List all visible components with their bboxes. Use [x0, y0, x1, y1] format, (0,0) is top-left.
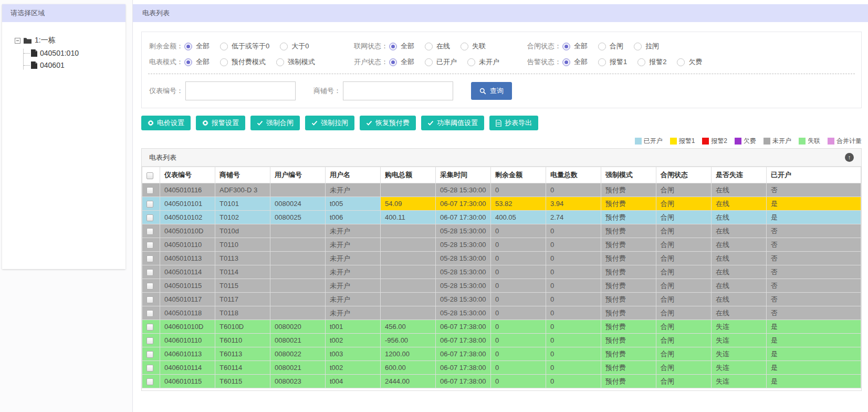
- radio-option[interactable]: 报警2: [637, 57, 666, 67]
- radio-option[interactable]: 全部: [562, 42, 588, 51]
- radio-option[interactable]: 预付费模式: [220, 57, 266, 67]
- radio-option[interactable]: 欠费: [677, 57, 702, 67]
- radio-option[interactable]: 合闸: [598, 42, 623, 51]
- radio-option[interactable]: 在线: [425, 42, 450, 51]
- table-cell: 预付费: [601, 279, 656, 293]
- row-checkbox[interactable]: [147, 324, 153, 331]
- radio-icon[interactable]: [389, 43, 397, 50]
- table-cell: 在线: [712, 211, 767, 224]
- table-cell: 未开户: [326, 279, 381, 293]
- radio-option[interactable]: 全部: [184, 42, 210, 51]
- legend-item: 未开户: [764, 137, 791, 146]
- tree-node-root[interactable]: 1:一栋: [15, 36, 126, 45]
- radio-icon[interactable]: [562, 43, 570, 50]
- tree-root-label[interactable]: 1:一栋: [35, 36, 56, 45]
- tree-node-leaf[interactable]: 040601: [24, 61, 126, 69]
- radio-icon[interactable]: [677, 58, 685, 66]
- radio-icon[interactable]: [276, 58, 284, 66]
- table-cell: 是: [767, 211, 861, 224]
- radio-icon[interactable]: [425, 43, 433, 50]
- row-checkbox[interactable]: [147, 228, 153, 235]
- row-checkbox[interactable]: [147, 283, 153, 290]
- table-cell: 预付费: [601, 375, 656, 388]
- table-cell: 否: [767, 293, 861, 306]
- collapse-up-icon[interactable]: ↑: [845, 153, 854, 162]
- tree-leaf-label[interactable]: 040601: [40, 61, 65, 69]
- check-icon: [257, 120, 263, 126]
- filter-group: 告警状态：全部报警1报警2欠费: [527, 57, 713, 67]
- row-checkbox[interactable]: [147, 337, 153, 344]
- radio-option[interactable]: 全部: [184, 57, 210, 67]
- table-cell: 05-28 15:30:00: [436, 306, 491, 320]
- radio-option[interactable]: 报警1: [598, 57, 627, 67]
- radio-icon[interactable]: [220, 58, 228, 66]
- radio-option[interactable]: 全部: [562, 57, 588, 67]
- radio-icon[interactable]: [461, 43, 468, 50]
- meter-no-input[interactable]: [185, 81, 296, 100]
- radio-option[interactable]: 未开户: [467, 57, 499, 67]
- radio-option[interactable]: 失联: [461, 42, 486, 51]
- row-checkbox[interactable]: [147, 201, 153, 208]
- radio-icon[interactable]: [184, 58, 192, 66]
- radio-icon[interactable]: [425, 58, 433, 66]
- toolbar-button[interactable]: 电价设置: [141, 116, 191, 130]
- row-checkbox[interactable]: [147, 378, 153, 385]
- toolbar-button[interactable]: 强制拉闸: [305, 116, 354, 130]
- select-all-checkbox[interactable]: [147, 172, 153, 179]
- row-checkbox[interactable]: [147, 255, 153, 262]
- radio-option-label: 报警2: [649, 57, 666, 67]
- table-cell: T60114: [215, 361, 270, 375]
- table-cell: t004: [326, 375, 381, 388]
- tree-collapse-icon[interactable]: [15, 38, 20, 44]
- toolbar-button[interactable]: 功率阈值设置: [421, 116, 484, 130]
- toolbar-button[interactable]: 报警设置: [196, 116, 245, 130]
- table-cell: 合闸: [656, 238, 712, 252]
- table-cell: 合闸: [656, 347, 712, 361]
- radio-icon[interactable]: [280, 43, 288, 50]
- toolbar-button[interactable]: 恢复预付费: [360, 116, 416, 130]
- row-checkbox[interactable]: [147, 242, 153, 249]
- search-button[interactable]: 查询: [471, 82, 512, 100]
- radio-icon[interactable]: [184, 43, 192, 50]
- row-checkbox[interactable]: [147, 187, 153, 194]
- radio-option-label: 报警1: [610, 57, 627, 67]
- table-cell: T6010D: [215, 320, 270, 334]
- tree-node-leaf[interactable]: 040501:010: [24, 49, 126, 57]
- radio-option[interactable]: 已开户: [425, 57, 457, 67]
- radio-icon[interactable]: [467, 58, 475, 66]
- radio-option[interactable]: 全部: [389, 42, 414, 51]
- radio-icon[interactable]: [598, 58, 606, 66]
- table-cell: T0115: [215, 279, 270, 293]
- radio-icon[interactable]: [562, 58, 570, 66]
- toolbar-button[interactable]: 强制合闸: [250, 116, 300, 130]
- file-icon: [496, 120, 501, 127]
- file-icon: [31, 49, 37, 57]
- table-cell: T0117: [215, 293, 270, 306]
- radio-option[interactable]: 全部: [389, 57, 414, 67]
- radio-icon[interactable]: [637, 58, 645, 66]
- table-cell: 失连: [712, 361, 767, 375]
- radio-icon[interactable]: [634, 43, 642, 50]
- radio-option[interactable]: 拉闸: [634, 42, 659, 51]
- radio-option[interactable]: 低于或等于0: [220, 42, 269, 51]
- radio-icon[interactable]: [220, 43, 228, 50]
- column-header: 合闸状态: [656, 167, 712, 183]
- radio-option[interactable]: 强制模式: [276, 57, 315, 67]
- column-header: 采集时间: [436, 167, 491, 183]
- toolbar-button[interactable]: 抄表导出: [489, 116, 538, 130]
- table-cell: 05-28 15:30:00: [436, 265, 491, 279]
- table-cell: 0405010114: [160, 265, 215, 279]
- radio-option[interactable]: 大于0: [280, 42, 309, 51]
- legend-swatch: [799, 138, 806, 145]
- row-checkbox[interactable]: [147, 269, 153, 276]
- row-checkbox[interactable]: [147, 351, 153, 358]
- radio-icon[interactable]: [598, 43, 606, 50]
- shop-no-input[interactable]: [343, 81, 453, 100]
- radio-icon[interactable]: [389, 58, 397, 66]
- row-checkbox[interactable]: [147, 214, 153, 221]
- row-checkbox[interactable]: [147, 296, 153, 303]
- legend-swatch: [635, 138, 642, 145]
- row-checkbox[interactable]: [147, 310, 153, 317]
- tree-leaf-label[interactable]: 040501:010: [40, 49, 79, 57]
- row-checkbox[interactable]: [147, 365, 153, 372]
